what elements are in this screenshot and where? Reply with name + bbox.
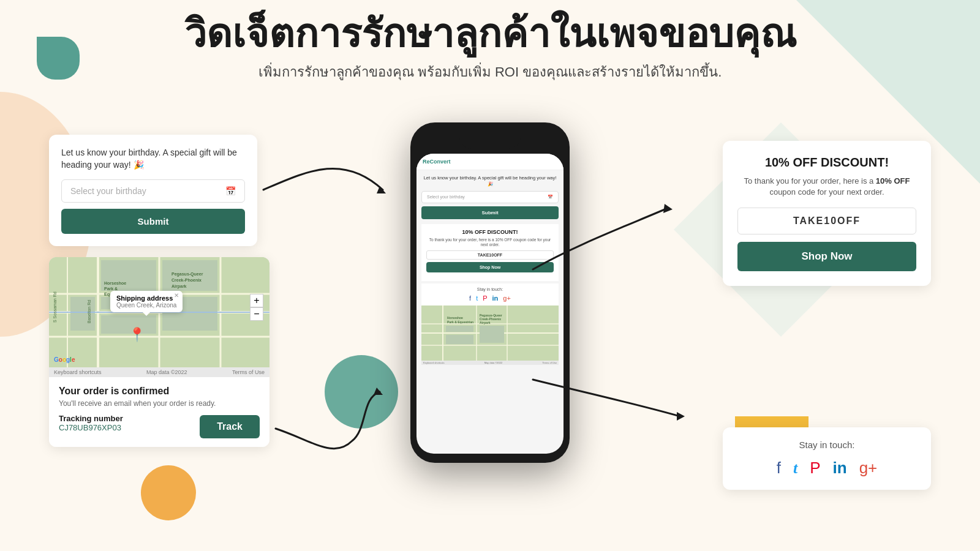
map-terms: Terms of Use xyxy=(232,369,265,375)
discount-widget: 10% OFF DISCOUNT! To thank you for your … xyxy=(723,141,931,286)
order-info: Your order is confirmed You'll receive a… xyxy=(49,377,270,447)
map-address-value: Queen Creek, Arizona xyxy=(116,302,176,309)
phone-discount-section: 10% OFF DISCOUNT! To thank you for your … xyxy=(421,224,559,282)
birthday-widget: Let us know your birthday. A special gif… xyxy=(49,135,257,246)
linkedin-icon[interactable]: in xyxy=(833,459,847,478)
svg-marker-40 xyxy=(677,412,685,421)
discount-description: To thank you for your order, here is a 1… xyxy=(737,176,916,198)
submit-button[interactable]: Submit xyxy=(61,209,245,234)
tracking-value: CJ78UB976XP03 xyxy=(59,423,123,432)
pinterest-icon[interactable]: P xyxy=(810,459,820,478)
phone-social-title: Stay in touch: xyxy=(425,287,555,291)
map-footer: Keyboard shortcuts Map data ©2022 Terms … xyxy=(49,367,270,377)
map-image: Horseshoe Park & Equestrian Pegasus-Quee… xyxy=(49,257,270,367)
phone-discount-text: To thank you for your order, here is a 1… xyxy=(426,238,554,248)
svg-text:S Sossaman Rd: S Sossaman Rd xyxy=(53,291,57,323)
coupon-code: TAKE10OFF xyxy=(737,208,916,234)
phone-header-bar: ReConvert xyxy=(417,154,564,170)
phone-map-data: Map data ©2022 xyxy=(484,361,503,364)
google-logo: Google xyxy=(54,353,75,364)
bg-shape-teal-bottom-right xyxy=(325,355,398,429)
phone-social-icons: f t P in g+ xyxy=(425,294,555,302)
social-title: Stay in touch: xyxy=(737,440,916,450)
phone-li-icon: in xyxy=(492,294,499,302)
discount-title: 10% OFF DISCOUNT! xyxy=(737,156,916,170)
phone-submit-btn: Submit xyxy=(421,206,559,219)
phone-social-section: Stay in touch: f t P in g+ xyxy=(421,283,559,305)
svg-text:Airpark: Airpark xyxy=(172,284,187,289)
phone-map-terms: Terms of Use xyxy=(542,361,557,364)
zoom-out-button[interactable]: − xyxy=(250,307,263,321)
svg-marker-38 xyxy=(377,186,386,193)
phone-birthday-input: Select your birthday 📅 xyxy=(421,191,559,203)
svg-marker-39 xyxy=(663,204,673,213)
map-tooltip: ✕ Shipping address Queen Creek, Arizona xyxy=(110,291,183,312)
facebook-icon[interactable]: f xyxy=(777,459,781,478)
phone-content: Let us know your birthday. A special gif… xyxy=(417,170,564,370)
zoom-in-button[interactable]: + xyxy=(250,294,263,307)
phone-calendar-icon: 📅 xyxy=(548,195,553,200)
phone-shop-btn: Shop Now xyxy=(426,262,554,272)
map-keyboard-shortcuts: Keyboard shortcuts xyxy=(54,369,102,375)
calendar-icon: 📅 xyxy=(225,186,236,196)
phone-coupon-code: TAKE10OFF xyxy=(426,250,554,260)
track-button[interactable]: Track xyxy=(200,415,260,438)
phone-logo: ReConvert xyxy=(423,159,451,165)
phone-birthday-text: Let us know your birthday. A special gif… xyxy=(421,175,559,187)
social-icons-row: f t P in g+ xyxy=(737,459,916,478)
map-address-label: Shipping address xyxy=(116,294,176,302)
birthday-input[interactable]: Select your birthday 📅 xyxy=(61,179,245,203)
googleplus-icon[interactable]: g+ xyxy=(859,459,878,478)
birthday-placeholder: Select your birthday xyxy=(70,186,146,196)
svg-text:Creek-Phoenix: Creek-Phoenix xyxy=(172,278,202,282)
svg-text:Park &: Park & xyxy=(104,287,118,291)
page-title: วิดเจ็ตการรักษาลูกค้าในเพจขอบคุณ xyxy=(0,12,980,55)
phone-input-placeholder: Select your birthday xyxy=(427,195,465,199)
header: วิดเจ็ตการรักษาลูกค้าในเพจขอบคุณ เพิ่มกา… xyxy=(0,12,980,83)
phone-frame: ReConvert Let us know your birthday. A s… xyxy=(410,122,570,463)
phone-gp-icon: g+ xyxy=(503,294,511,302)
map-data: Map data ©2022 xyxy=(146,369,187,375)
bg-shape-orange-bottom-left xyxy=(141,465,196,520)
map-controls: + − xyxy=(250,294,263,321)
twitter-icon[interactable]: t xyxy=(793,459,797,478)
svg-text:Baselton Rd: Baselton Rd xyxy=(87,300,91,323)
map-pin: 📍 xyxy=(129,327,145,343)
phone-fb-icon: f xyxy=(469,294,471,302)
phone-discount-title: 10% OFF DISCOUNT! xyxy=(426,229,554,235)
svg-text:Park & Equestrian: Park & Equestrian xyxy=(447,320,473,324)
birthday-message: Let us know your birthday. A special gif… xyxy=(61,147,245,171)
phone-tw-icon: t xyxy=(476,294,478,302)
phone-mockup: ReConvert Let us know your birthday. A s… xyxy=(410,122,570,463)
phone-screen: ReConvert Let us know your birthday. A s… xyxy=(417,154,564,454)
map-widget: Horseshoe Park & Equestrian Pegasus-Quee… xyxy=(49,257,270,447)
svg-rect-31 xyxy=(446,335,473,344)
phone-pt-icon: P xyxy=(483,294,487,302)
svg-rect-11 xyxy=(70,297,95,331)
map-close-icon[interactable]: ✕ xyxy=(174,292,179,299)
phone-map-footer: Keyboard shortcuts Map data ©2022 Terms … xyxy=(421,361,559,365)
page-subtitle: เพิ่มการรักษาลูกค้าของคุณ พร้อมกับเพิ่ม … xyxy=(0,61,980,83)
phone-notch xyxy=(459,132,521,149)
svg-rect-32 xyxy=(480,326,504,343)
shop-now-button[interactable]: Shop Now xyxy=(737,242,916,271)
phone-map-section: Horseshoe Park & Equestrian Pegasus-Quee… xyxy=(421,305,559,361)
order-confirmed-text: Your order is confirmed xyxy=(59,386,260,397)
phone-map-kbd: Keyboard shortcuts xyxy=(423,361,444,364)
social-widget: Stay in touch: f t P in g+ xyxy=(723,427,931,490)
svg-text:Horseshoe: Horseshoe xyxy=(447,316,463,320)
svg-text:Pegasus-Queer: Pegasus-Queer xyxy=(172,272,203,277)
svg-rect-30 xyxy=(446,326,473,332)
order-email-text: You'll receive an email when your order … xyxy=(59,399,260,408)
tracking-label: Tracking number xyxy=(59,414,123,423)
svg-text:Horseshoe: Horseshoe xyxy=(104,281,126,285)
svg-text:Airpark: Airpark xyxy=(480,321,491,324)
